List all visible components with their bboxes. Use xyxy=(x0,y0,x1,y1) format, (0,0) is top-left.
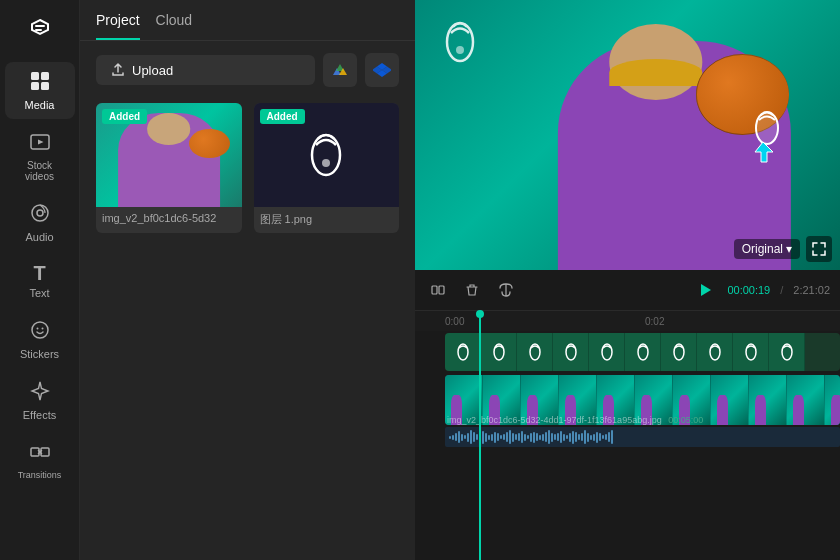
playhead-cursor[interactable] xyxy=(479,311,481,560)
sticker-frame-7 xyxy=(661,333,697,371)
wave-bar xyxy=(566,435,568,439)
sidebar-item-text[interactable]: T Text xyxy=(5,255,75,307)
sidebar-item-stock-videos[interactable]: Stockvideos xyxy=(5,123,75,190)
preview-zoom-selector[interactable]: Original ▾ xyxy=(734,239,800,259)
wave-bar xyxy=(578,434,580,440)
stickers-icon xyxy=(29,319,51,344)
sticker-frame-10 xyxy=(769,333,805,371)
wave-bar xyxy=(527,435,529,439)
svg-point-13 xyxy=(322,159,330,167)
wave-bar xyxy=(599,433,601,441)
wave-bar xyxy=(587,433,589,442)
svg-point-7 xyxy=(32,322,48,338)
playhead-head xyxy=(476,310,484,318)
sticker-track-bg xyxy=(445,333,840,371)
sticker-frame-2 xyxy=(481,333,517,371)
sidebar-item-label-effects: Effects xyxy=(23,409,56,421)
ruler-mark-0: 0:00 xyxy=(445,316,464,327)
wave-bar xyxy=(497,433,499,441)
cursor-drag-overlay xyxy=(745,110,790,169)
wave-bar xyxy=(533,432,535,443)
wave-bar xyxy=(554,434,556,440)
timeline-toolbar: 00:00:19 / 2:21:02 xyxy=(415,270,840,311)
sticker-frames xyxy=(445,333,840,371)
wave-bar xyxy=(458,431,460,443)
upload-button[interactable]: Upload xyxy=(96,55,315,85)
wave-bar xyxy=(590,435,592,440)
dropbox-button[interactable] xyxy=(365,53,399,87)
wave-bar xyxy=(473,432,475,442)
sidebar-item-label-media: Media xyxy=(25,99,55,111)
ruler-mark-2: 0:02 xyxy=(645,316,664,327)
sidebar-item-audio[interactable]: Audio xyxy=(5,194,75,251)
wave-bar xyxy=(464,435,466,439)
tab-cloud[interactable]: Cloud xyxy=(156,12,193,40)
sticker-frame-1 xyxy=(445,333,481,371)
fullscreen-icon xyxy=(812,242,826,256)
frame-9 xyxy=(749,375,787,425)
media-item-2[interactable]: Added 图层 1.png xyxy=(254,103,400,233)
split-icon xyxy=(431,283,445,297)
wave-bar xyxy=(506,432,508,442)
fullscreen-button[interactable] xyxy=(806,236,832,262)
sidebar: Media Stockvideos Audio T Text xyxy=(0,0,80,560)
wave-bar xyxy=(572,431,574,444)
svg-point-6 xyxy=(37,210,43,216)
wave-bar xyxy=(545,432,547,442)
preview-zoom-label: Original xyxy=(742,242,783,256)
wave-bar xyxy=(467,433,469,442)
google-drive-icon xyxy=(331,61,349,79)
media-label-1: img_v2_bf0c1dc6-5d32 xyxy=(96,207,242,230)
wave-bar xyxy=(518,433,520,441)
wave-bar xyxy=(605,434,607,440)
sidebar-item-effects[interactable]: Effects xyxy=(5,372,75,429)
svg-rect-3 xyxy=(41,82,49,90)
wave-bar xyxy=(560,431,562,443)
frame-10 xyxy=(787,375,825,425)
wave-bar xyxy=(461,434,463,441)
panel-tabs: Project Cloud xyxy=(80,0,415,41)
added-badge-1: Added xyxy=(102,109,147,124)
audio-icon xyxy=(29,202,51,227)
trash-icon xyxy=(465,283,479,297)
sticker-track-content[interactable] xyxy=(445,333,840,371)
sticker-frame-4 xyxy=(553,333,589,371)
wave-bar xyxy=(596,432,598,443)
wave-bar xyxy=(611,430,613,444)
video-duration: 00:05:00 xyxy=(668,415,703,425)
timeline-split-button[interactable] xyxy=(425,277,451,303)
transitions-icon xyxy=(29,441,51,466)
sidebar-item-stickers[interactable]: Stickers xyxy=(5,311,75,368)
wave-bar xyxy=(602,435,604,439)
timeline-audio-button[interactable] xyxy=(493,277,519,303)
timeline-delete-button[interactable] xyxy=(459,277,485,303)
wave-bar xyxy=(470,430,472,444)
timeline-ruler: 0:00 0:02 xyxy=(415,311,840,331)
stock-videos-icon xyxy=(29,131,51,156)
sidebar-item-label-audio: Audio xyxy=(25,231,53,243)
timeline-current-time: 00:00:19 xyxy=(727,284,770,296)
media-label-2: 图层 1.png xyxy=(254,207,400,233)
right-side: Original ▾ xyxy=(415,0,840,560)
waveform xyxy=(445,427,617,447)
effects-icon xyxy=(29,380,51,405)
google-drive-button[interactable] xyxy=(323,53,357,87)
sidebar-item-label-text: Text xyxy=(29,287,49,299)
tab-project[interactable]: Project xyxy=(96,12,140,40)
video-preview: Original ▾ xyxy=(415,0,840,270)
sidebar-item-media[interactable]: Media xyxy=(5,62,75,119)
wave-bar xyxy=(593,434,595,441)
media-thumb-2: Added xyxy=(254,103,400,207)
media-item-1[interactable]: Added img_v2_bf0c1dc6-5d32 xyxy=(96,103,242,233)
audio-track-bg[interactable] xyxy=(445,427,840,447)
sidebar-item-transitions[interactable]: Transitions xyxy=(5,433,75,488)
drag-cursor-svg xyxy=(745,110,790,165)
frame-8 xyxy=(711,375,749,425)
wave-bar xyxy=(476,434,478,440)
timeline-play-button[interactable] xyxy=(691,276,719,304)
wave-bar xyxy=(521,431,523,443)
preview-hair xyxy=(609,59,703,86)
preview-controls: Original ▾ xyxy=(734,236,832,262)
wave-bar xyxy=(455,433,457,441)
svg-point-8 xyxy=(36,328,38,330)
